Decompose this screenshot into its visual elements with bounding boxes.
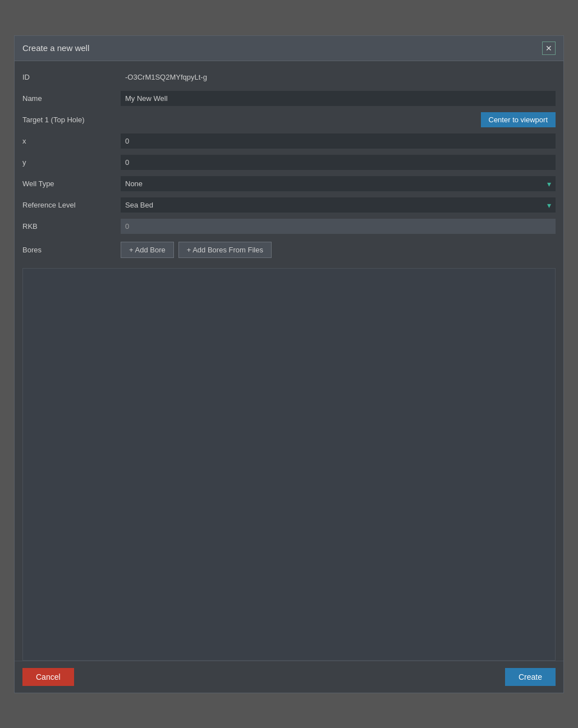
name-input-wrapper: [121, 91, 556, 106]
x-input[interactable]: [121, 133, 556, 149]
name-row: Name: [15, 88, 563, 109]
name-input[interactable]: [121, 91, 556, 106]
well-type-row: Well Type None Vertical Deviated Horizon…: [15, 173, 563, 195]
well-type-label: Well Type: [22, 179, 121, 188]
y-label: y: [22, 158, 121, 167]
well-type-select[interactable]: None Vertical Deviated Horizontal: [121, 176, 556, 191]
id-row: ID -O3CrM1SQ2MYfqpyLt-g: [15, 67, 563, 88]
bores-row: Bores + Add Bore + Add Bores From Files: [15, 237, 563, 262]
reference-level-label: Reference Level: [22, 201, 121, 209]
name-label: Name: [22, 94, 121, 103]
bores-buttons: + Add Bore + Add Bores From Files: [121, 242, 272, 258]
dialog-titlebar: Create a new well ✕: [15, 36, 563, 61]
dialog-title: Create a new well: [22, 43, 89, 53]
rkb-label: RKB: [22, 222, 121, 231]
well-type-select-container: None Vertical Deviated Horizontal ▾: [121, 176, 556, 191]
id-label: ID: [22, 73, 121, 81]
bores-label: Bores: [22, 246, 121, 254]
target-label: Target 1 (Top Hole): [22, 116, 121, 124]
x-row: x: [15, 131, 563, 152]
y-input[interactable]: [121, 155, 556, 170]
add-bore-button[interactable]: + Add Bore: [121, 242, 174, 258]
y-row: y: [15, 152, 563, 173]
cancel-button[interactable]: Cancel: [22, 668, 74, 686]
center-viewport-button[interactable]: Center to viewport: [481, 112, 556, 127]
reference-level-row: Reference Level Sea Bed Mean Sea Level G…: [15, 195, 563, 216]
x-label: x: [22, 137, 121, 145]
x-input-wrapper: [121, 133, 556, 149]
add-bores-from-files-button[interactable]: + Add Bores From Files: [178, 242, 272, 258]
create-well-dialog: Create a new well ✕ ID -O3CrM1SQ2MYfqpyL…: [14, 35, 564, 693]
dialog-footer: Cancel Create: [15, 661, 563, 693]
close-button[interactable]: ✕: [542, 42, 556, 55]
id-value: -O3CrM1SQ2MYfqpyLt-g: [121, 70, 556, 85]
rkb-input-wrapper: [121, 219, 556, 234]
dialog-body: ID -O3CrM1SQ2MYfqpyLt-g Name Target 1 (T…: [15, 61, 563, 661]
rkb-input[interactable]: [121, 219, 556, 234]
form-area: ID -O3CrM1SQ2MYfqpyLt-g Name Target 1 (T…: [15, 61, 563, 268]
rkb-row: RKB: [15, 216, 563, 237]
target-row: Target 1 (Top Hole) Center to viewport: [15, 109, 563, 131]
bores-content-area: [22, 268, 556, 661]
reference-level-select-container: Sea Bed Mean Sea Level Ground Level ▾: [121, 197, 556, 213]
y-input-wrapper: [121, 155, 556, 170]
create-button[interactable]: Create: [505, 668, 556, 686]
reference-level-select[interactable]: Sea Bed Mean Sea Level Ground Level: [121, 197, 556, 213]
